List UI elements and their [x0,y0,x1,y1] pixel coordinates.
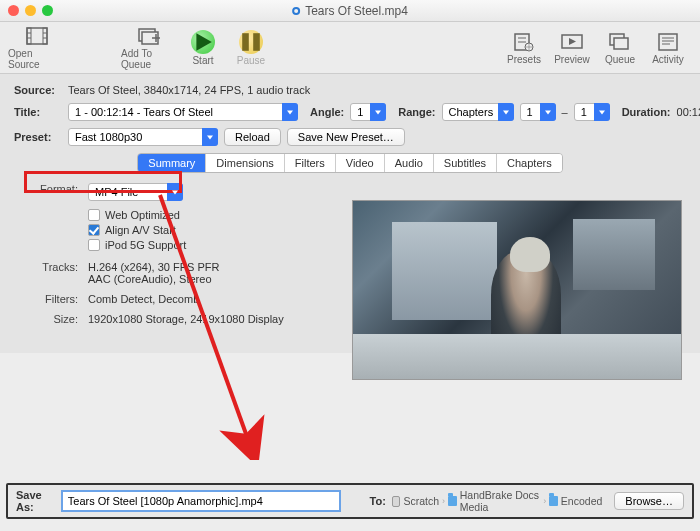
svg-rect-12 [242,33,249,51]
window-title: Tears Of Steel.mp4 [292,4,408,18]
svg-marker-11 [196,33,211,51]
video-preview[interactable] [352,200,682,380]
range-dash: – [562,106,568,118]
duration-label: Duration: [622,106,671,118]
source-value: Tears Of Steel, 3840x1714, 24 FPS, 1 aud… [68,84,310,96]
tab-filters[interactable]: Filters [285,154,336,172]
svg-rect-0 [27,28,47,44]
folder-icon [448,496,457,506]
browse-button[interactable]: Browse… [614,492,684,510]
tab-audio[interactable]: Audio [385,154,434,172]
chevron-right-icon: › [543,496,546,506]
svg-rect-22 [659,34,677,50]
minimize-window-button[interactable] [25,5,36,16]
window-title-text: Tears Of Steel.mp4 [305,4,408,18]
add-to-queue-button[interactable]: Add To Queue [121,25,179,70]
ipod5g-label: iPod 5G Support [105,239,186,251]
queue-icon [607,31,633,53]
duration-value: 00:12:14 [677,106,700,118]
ipod5g-checkbox[interactable] [88,239,100,251]
pause-icon [239,30,263,54]
tracks-line1: H.264 (x264), 30 FPS PFR [88,261,219,273]
drive-icon [392,496,401,507]
tab-summary[interactable]: Summary [138,154,206,172]
to-label: To: [370,495,386,507]
save-as-label: Save As: [16,489,55,513]
preview-icon [559,31,585,53]
preview-button[interactable]: Preview [548,31,596,65]
destination-path[interactable]: Scratch › HandBrake Docs Media › Encoded [392,489,602,513]
path-seg-2: Encoded [561,495,602,507]
window-controls [8,5,53,16]
range-label: Range: [398,106,435,118]
zoom-window-button[interactable] [42,5,53,16]
align-av-checkbox[interactable] [88,224,100,236]
filters-value: Comb Detect, Decomb [88,293,199,305]
tab-bar: Summary Dimensions Filters Video Audio S… [14,153,686,173]
title-label: Title: [14,106,62,118]
close-window-button[interactable] [8,5,19,16]
angle-label: Angle: [310,106,344,118]
activity-button[interactable]: Activity [644,31,692,65]
activity-icon [655,31,681,53]
tracks-line2: AAC (CoreAudio), Stereo [88,273,219,285]
save-as-input[interactable] [61,490,341,512]
svg-marker-19 [569,38,576,45]
tab-dimensions[interactable]: Dimensions [206,154,284,172]
queue-add-icon [137,25,163,47]
play-icon [191,30,215,54]
film-icon [24,25,50,47]
presets-icon [511,31,537,53]
tab-subtitles[interactable]: Subtitles [434,154,497,172]
format-select[interactable]: MP4 File [88,183,183,201]
range-to-select[interactable]: 1 [574,103,610,121]
range-mode-select[interactable]: Chapters [442,103,514,121]
path-seg-1: HandBrake Docs Media [460,489,540,513]
preset-label: Preset: [14,131,62,143]
path-seg-0: Scratch [403,495,439,507]
tab-chapters[interactable]: Chapters [497,154,562,172]
range-from-select[interactable]: 1 [520,103,556,121]
main-toolbar: Open Source Add To Queue Start Pause Pre… [0,22,700,74]
source-label: Source: [14,84,62,96]
pause-button[interactable]: Pause [227,30,275,66]
save-bar: Save As: To: Scratch › HandBrake Docs Me… [6,483,694,519]
web-optimized-checkbox[interactable] [88,209,100,221]
format-label: Format: [28,183,78,201]
preset-select[interactable]: Fast 1080p30 [68,128,218,146]
size-label: Size: [28,313,78,325]
web-optimized-label: Web Optimized [105,209,180,221]
presets-button[interactable]: Presets [500,31,548,65]
angle-select[interactable]: 1 [350,103,386,121]
start-button[interactable]: Start [179,30,227,66]
queue-button[interactable]: Queue [596,31,644,65]
tracks-label: Tracks: [28,261,78,285]
filters-label: Filters: [28,293,78,305]
window-titlebar: Tears Of Steel.mp4 [0,0,700,22]
align-av-label: Align A/V Start [105,224,176,236]
title-select[interactable]: 1 - 00:12:14 - Tears Of Steel [68,103,298,121]
folder-icon [549,496,558,506]
document-icon [292,7,300,15]
svg-rect-21 [614,38,628,49]
chevron-right-icon: › [442,496,445,506]
reload-button[interactable]: Reload [224,128,281,146]
svg-rect-13 [253,33,260,51]
size-value: 1920x1080 Storage, 2419x1080 Display [88,313,284,325]
tab-video[interactable]: Video [336,154,385,172]
save-new-preset-button[interactable]: Save New Preset… [287,128,405,146]
open-source-button[interactable]: Open Source [8,25,66,70]
